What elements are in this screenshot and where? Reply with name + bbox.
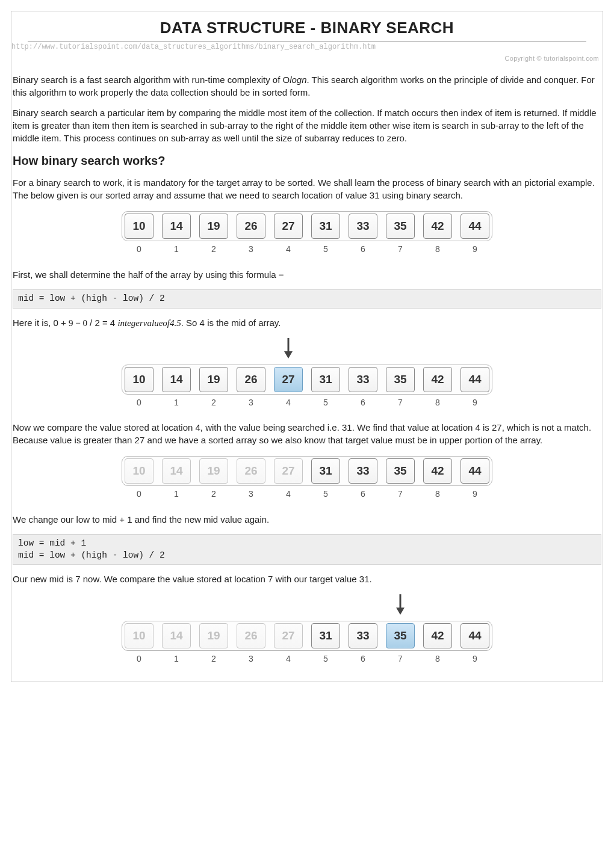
pointer-arrow-icon: [395, 593, 406, 620]
array-index: 7: [386, 244, 415, 255]
array-cell: 19: [199, 214, 228, 239]
array-index: 5: [311, 244, 340, 255]
array-index: 5: [311, 488, 340, 500]
array-index: 9: [460, 653, 489, 665]
array-cell: 42: [423, 458, 452, 484]
array-diagram-2: 101419262731333542440123456789: [13, 339, 601, 408]
source-url: http://www.tutorialspoint.com/data_struc…: [11, 42, 603, 51]
array-index: 0: [125, 244, 154, 255]
intro-paragraph-2: Binary search search a particular item b…: [13, 107, 601, 144]
array-cell: 44: [460, 367, 489, 392]
array-cell: 35: [386, 214, 415, 239]
array-cell: 19: [199, 623, 228, 648]
array-index: 0: [125, 488, 154, 500]
array-cell: 33: [349, 214, 377, 239]
array-cell: 27: [274, 458, 303, 484]
array-index: 5: [311, 397, 340, 408]
array-index: 0: [125, 653, 154, 665]
array-cell: 31: [311, 214, 340, 239]
array-cells: 10141926273133354244: [122, 621, 492, 651]
array-cell: 26: [237, 623, 265, 648]
array-index: 6: [349, 488, 377, 500]
code-block-1: mid = low + (high - low) / 2: [13, 289, 601, 309]
array-cell: 10: [125, 623, 154, 648]
array-cell: 33: [349, 458, 377, 484]
array-cell: 14: [162, 214, 191, 239]
array-cell: 19: [199, 367, 228, 392]
paragraph-6: Now we compare the value stored at locat…: [13, 422, 601, 446]
array-diagram-3: 101419262731333542440123456789: [13, 456, 601, 500]
array-index: 9: [460, 244, 489, 255]
array-index: 1: [162, 397, 191, 408]
array-cell: 31: [311, 458, 340, 484]
array-cell: 42: [423, 214, 452, 239]
paragraph-7: We change our low to mid + 1 and find th…: [13, 514, 601, 526]
array-cell: 35: [386, 367, 415, 392]
page-title: DATA STRUCTURE - BINARY SEARCH: [28, 16, 586, 42]
array-cell: 26: [237, 458, 265, 484]
array-cell: 31: [311, 623, 340, 648]
array-index: 3: [237, 653, 265, 665]
array-diagram-1: 101419262731333542440123456789: [13, 211, 601, 255]
array-index: 1: [162, 653, 191, 665]
array-cell: 14: [162, 623, 191, 648]
array-index: 1: [162, 488, 191, 500]
intro-paragraph-1: Binary search is a fast search algorithm…: [13, 74, 601, 99]
array-index: 5: [311, 653, 340, 665]
array-cell: 42: [423, 367, 452, 392]
array-index: 8: [423, 244, 452, 255]
array-index: 6: [349, 397, 377, 408]
array-index: 2: [199, 244, 228, 255]
code-block-2: low = mid + 1 mid = low + (high - low) /…: [13, 534, 601, 565]
array-cell: 44: [460, 458, 489, 484]
array-cell: 33: [349, 367, 377, 392]
svg-marker-3: [396, 608, 405, 615]
array-cell: 27: [274, 367, 303, 392]
array-index: 8: [423, 488, 452, 500]
array-cell: 42: [423, 623, 452, 648]
array-cell: 31: [311, 367, 340, 392]
pointer-arrow-icon: [283, 337, 294, 363]
array-cell: 44: [460, 214, 489, 239]
array-index: 3: [237, 488, 265, 500]
array-cells: 10141926273133354244: [122, 211, 492, 241]
array-cell: 35: [386, 623, 415, 648]
array-index: 2: [199, 653, 228, 665]
array-index: 9: [460, 397, 489, 408]
array-cell: 26: [237, 367, 265, 392]
paragraph-4: First, we shall determine the half of th…: [13, 269, 601, 282]
array-cell: 10: [125, 214, 154, 239]
array-cell: 35: [386, 458, 415, 484]
array-cell: 14: [162, 367, 191, 392]
array-index: 6: [349, 244, 377, 255]
array-cells: 10141926273133354244: [122, 456, 492, 486]
array-index: 7: [386, 653, 415, 665]
array-cell: 33: [349, 623, 377, 648]
array-cell: 14: [162, 458, 191, 484]
array-cell: 10: [125, 458, 154, 484]
array-index: 3: [237, 244, 265, 255]
array-cell: 44: [460, 623, 489, 648]
array-index: 7: [386, 488, 415, 500]
array-index: 0: [125, 397, 154, 408]
array-index: 4: [274, 397, 303, 408]
array-index: 4: [274, 244, 303, 255]
svg-marker-1: [284, 351, 293, 359]
array-cell: 26: [237, 214, 265, 239]
array-cells: 10141926273133354244: [122, 365, 492, 395]
array-diagram-4: 101419262731333542440123456789: [13, 596, 601, 665]
array-index: 8: [423, 653, 452, 665]
array-index: 7: [386, 397, 415, 408]
array-index: 6: [349, 653, 377, 665]
array-cell: 19: [199, 458, 228, 484]
array-cell: 27: [274, 214, 303, 239]
array-index: 1: [162, 244, 191, 255]
array-index: 3: [237, 397, 265, 408]
array-index: 9: [460, 488, 489, 500]
array-index: 8: [423, 397, 452, 408]
array-index: 2: [199, 488, 228, 500]
array-cell: 10: [125, 367, 154, 392]
paragraph-3: For a binary search to work, it is manda…: [13, 177, 601, 202]
paragraph-8: Our new mid is 7 now. We compare the val…: [13, 573, 601, 586]
paragraph-5: Here it is, 0 + 9 − 0 / 2 = 4 integerval…: [13, 317, 601, 330]
